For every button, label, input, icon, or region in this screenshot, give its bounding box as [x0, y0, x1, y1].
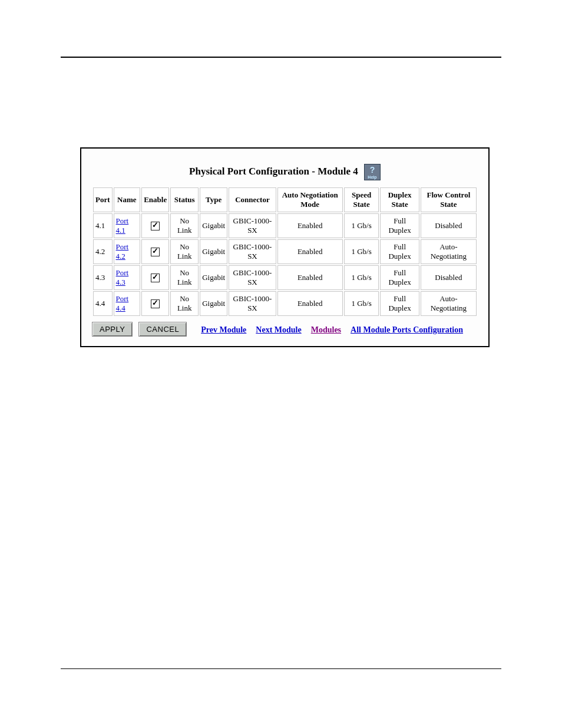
auto-negotiation-cell: Enabled: [277, 213, 343, 238]
enable-checkbox[interactable]: [151, 299, 160, 308]
port-name-link[interactable]: Port 4.1: [116, 216, 129, 235]
col-header: Port: [93, 187, 113, 212]
connector-cell: GBIC-1000-SX: [229, 265, 276, 290]
config-panel: Physical Port Configuration - Module 4 P…: [80, 147, 490, 347]
next-module-link[interactable]: Next Module: [256, 325, 301, 334]
status-cell: No Link: [170, 239, 199, 264]
col-header: Connector: [229, 187, 276, 212]
port-cell: 4.4: [93, 291, 113, 316]
table-head: PortNameEnableStatusTypeConnectorAuto Ne…: [93, 187, 477, 212]
bottom-rule: [61, 668, 501, 669]
table-header-row: PortNameEnableStatusTypeConnectorAuto Ne…: [93, 187, 477, 212]
type-cell: Gigabit: [200, 291, 227, 316]
port-cell: 4.1: [93, 213, 113, 238]
port-cell: 4.3: [93, 265, 113, 290]
duplex-cell: Full Duplex: [380, 239, 419, 264]
flow-cell: Auto-Negotiating: [421, 291, 477, 316]
col-header: Name: [114, 187, 141, 212]
prev-module-link[interactable]: Prev Module: [201, 325, 246, 334]
speed-cell: 1 Gb/s: [344, 265, 379, 290]
table-row: 4.2Port 4.2No LinkGigabitGBIC-1000-SXEna…: [93, 239, 477, 264]
enable-checkbox[interactable]: [151, 248, 160, 256]
apply-button[interactable]: APPLY: [92, 322, 133, 337]
actions-row: APPLY CANCEL Prev Module Next Module Mod…: [92, 322, 478, 337]
flow-cell: Disabled: [421, 265, 477, 290]
type-cell: Gigabit: [200, 265, 227, 290]
enable-checkbox[interactable]: [151, 274, 160, 282]
col-header: Duplex State: [380, 187, 419, 212]
table-row: 4.3Port 4.3No LinkGigabitGBIC-1000-SXEna…: [93, 265, 477, 290]
connector-cell: GBIC-1000-SX: [229, 239, 276, 264]
col-header: Type: [200, 187, 227, 212]
port-name-link[interactable]: Port 4.4: [116, 294, 129, 312]
col-header: Speed State: [344, 187, 379, 212]
type-cell: Gigabit: [200, 239, 227, 264]
table-row: 4.4Port 4.4No LinkGigabitGBIC-1000-SXEna…: [93, 291, 477, 316]
port-name-link[interactable]: Port 4.2: [116, 242, 129, 261]
duplex-cell: Full Duplex: [380, 213, 419, 238]
col-header: Auto Negotiation Mode: [277, 187, 343, 212]
type-cell: Gigabit: [200, 213, 227, 238]
status-cell: No Link: [170, 265, 199, 290]
speed-cell: 1 Gb/s: [344, 213, 379, 238]
document-page: Physical Port Configuration - Module 4 P…: [0, 0, 562, 728]
panel-title-text: Physical Port Configuration - Module 4: [189, 166, 358, 177]
col-header: Flow Control State: [421, 187, 477, 212]
connector-cell: GBIC-1000-SX: [229, 291, 276, 316]
port-name-link[interactable]: Port 4.3: [116, 268, 129, 286]
port-table: PortNameEnableStatusTypeConnectorAuto Ne…: [92, 186, 478, 317]
auto-negotiation-cell: Enabled: [277, 239, 343, 264]
flow-cell: Auto-Negotiating: [421, 239, 477, 264]
top-rule: [61, 57, 501, 58]
col-header: Enable: [141, 187, 169, 212]
col-header: Status: [170, 187, 199, 212]
cancel-button[interactable]: CANCEL: [138, 322, 187, 337]
all-module-ports-link[interactable]: All Module Ports Configuration: [351, 325, 463, 334]
port-cell: 4.2: [93, 239, 113, 264]
nav-links: Prev Module Next Module Modules All Modu…: [197, 324, 467, 335]
help-icon[interactable]: [364, 164, 381, 180]
table-row: 4.1Port 4.1No LinkGigabitGBIC-1000-SXEna…: [93, 213, 477, 238]
status-cell: No Link: [170, 213, 199, 238]
speed-cell: 1 Gb/s: [344, 291, 379, 316]
modules-link[interactable]: Modules: [311, 325, 341, 334]
enable-checkbox[interactable]: [151, 222, 160, 230]
duplex-cell: Full Duplex: [380, 265, 419, 290]
auto-negotiation-cell: Enabled: [277, 291, 343, 316]
speed-cell: 1 Gb/s: [344, 239, 379, 264]
connector-cell: GBIC-1000-SX: [229, 213, 276, 238]
table-body: 4.1Port 4.1No LinkGigabitGBIC-1000-SXEna…: [93, 213, 477, 316]
auto-negotiation-cell: Enabled: [277, 265, 343, 290]
status-cell: No Link: [170, 291, 199, 316]
panel-title: Physical Port Configuration - Module 4: [92, 164, 478, 180]
duplex-cell: Full Duplex: [380, 291, 419, 316]
flow-cell: Disabled: [421, 213, 477, 238]
